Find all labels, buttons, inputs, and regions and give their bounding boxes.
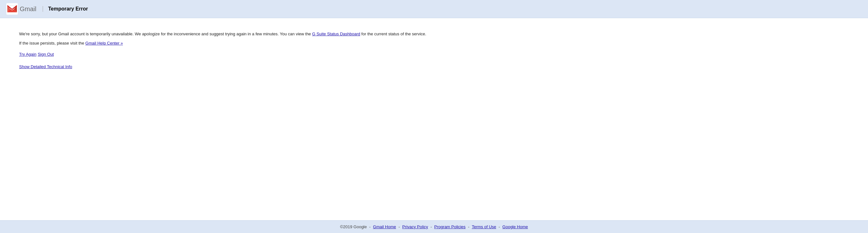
footer-google-home-link[interactable]: Google Home [502, 224, 528, 229]
gmail-help-center-link[interactable]: Gmail Help Center » [85, 41, 123, 45]
page-footer: ©2019 Google - Gmail Home - Privacy Poli… [0, 220, 868, 233]
gmail-wordmark: Gmail [20, 5, 36, 13]
footer-sep-4: - [467, 224, 471, 229]
gmail-logo: Gmail [6, 3, 36, 14]
help-line: If the issue persists, please visit the … [19, 40, 849, 47]
footer-copyright: ©2019 Google [340, 224, 367, 229]
sign-out-link[interactable]: Sign Out [38, 52, 54, 57]
error-text-prefix: We're sorry, but your Gmail account is t… [19, 32, 312, 36]
page-title: Temporary Error [43, 6, 88, 12]
footer-gmail-home-link[interactable]: Gmail Home [373, 224, 396, 229]
page-header: Gmail Temporary Error [0, 0, 868, 18]
gsuite-status-link[interactable]: G Suite Status Dashboard [312, 32, 360, 36]
footer-sep-3: - [429, 224, 433, 229]
footer-sep-1: - [368, 224, 372, 229]
footer-sep-5: - [497, 224, 501, 229]
actions-area: Try Again Sign Out [19, 52, 849, 57]
error-message: We're sorry, but your Gmail account is t… [19, 31, 849, 38]
main-content: We're sorry, but your Gmail account is t… [0, 18, 868, 220]
footer-program-policies-link[interactable]: Program Policies [434, 224, 466, 229]
technical-info-section: Show Detailed Technical Info [19, 64, 849, 69]
help-prefix: If the issue persists, please visit the [19, 41, 85, 45]
show-technical-info-link[interactable]: Show Detailed Technical Info [19, 64, 72, 69]
footer-terms-of-use-link[interactable]: Terms of Use [472, 224, 496, 229]
footer-sep-2: - [397, 224, 401, 229]
footer-privacy-policy-link[interactable]: Privacy Policy [402, 224, 428, 229]
gmail-m-icon [6, 3, 18, 14]
try-again-link[interactable]: Try Again [19, 52, 36, 57]
error-text-suffix: for the current status of the service. [360, 32, 426, 36]
